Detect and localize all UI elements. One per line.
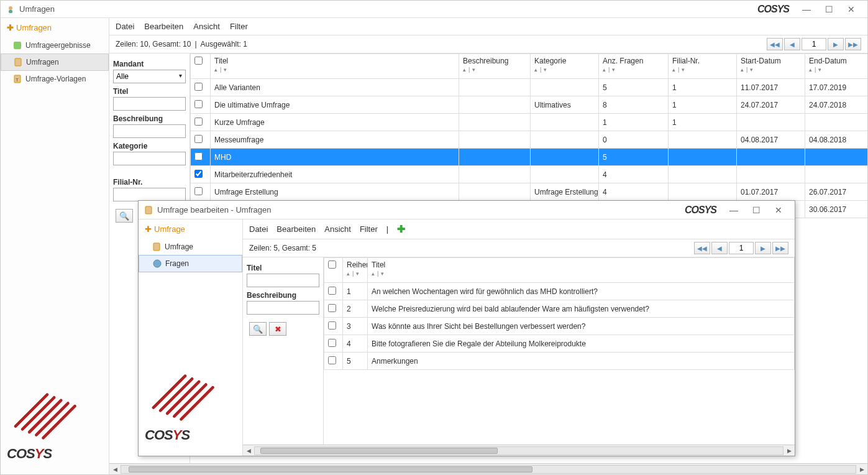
col-start[interactable]: Start-Datum▴|▾ bbox=[737, 54, 805, 79]
minimize-button[interactable]: — bbox=[795, 2, 818, 16]
dialog-hscroll[interactable]: ◀ ▶ bbox=[243, 445, 795, 456]
row-checkbox[interactable] bbox=[328, 339, 336, 347]
cell-kategorie: Ultimatives bbox=[531, 96, 599, 114]
menu-datei[interactable]: Datei bbox=[116, 22, 134, 31]
sidebar-item-vorlagen[interactable]: T Umfrage-Vorlagen bbox=[1, 71, 109, 87]
dialog-filter-titel-input[interactable] bbox=[247, 274, 319, 287]
row-checkbox[interactable] bbox=[194, 118, 203, 126]
sidebar-item-label: Umfrage-Vorlagen bbox=[25, 75, 86, 83]
table-row[interactable]: 1 An welchen Wochentagen wird für gewöhn… bbox=[324, 283, 795, 300]
cell-start: 24.07.2017 bbox=[737, 96, 805, 114]
header-checkbox[interactable] bbox=[194, 57, 203, 65]
cell-kategorie bbox=[531, 114, 599, 131]
dialog-col-titel[interactable]: Titel▴|▾ bbox=[368, 258, 795, 283]
hscroll-left-icon[interactable]: ◀ bbox=[109, 465, 121, 474]
pager-next[interactable]: ▶ bbox=[828, 38, 844, 50]
row-checkbox[interactable] bbox=[194, 83, 203, 91]
menu-filter[interactable]: Filter bbox=[230, 22, 248, 31]
filter-filial-input[interactable] bbox=[113, 188, 186, 201]
col-end[interactable]: End-Datum▴|▾ bbox=[805, 54, 868, 79]
sidebar-item-umfragen[interactable]: Umfragen bbox=[1, 53, 109, 71]
col-beschreibung[interactable]: Beschreibung▴|▾ bbox=[459, 54, 531, 79]
filter-titel-input[interactable] bbox=[113, 97, 186, 111]
sidebar-item-umfrageergebnisse[interactable]: Umfrageergebnisse bbox=[1, 37, 109, 53]
row-checkbox[interactable] bbox=[194, 170, 203, 178]
dialog-hscroll-right-icon[interactable]: ▶ bbox=[783, 446, 795, 455]
window-title: Umfragen bbox=[19, 4, 757, 14]
table-row[interactable]: Mitarbeiterzufriedenheit 4 bbox=[191, 166, 868, 183]
cell-filial: 1 bbox=[669, 114, 737, 131]
svg-rect-11 bbox=[145, 206, 152, 214]
dialog-maximize-button[interactable]: ☐ bbox=[745, 203, 767, 217]
cell-titel: Die ultimative Umfrage bbox=[211, 96, 459, 114]
dialog-titlebar: Umfrage bearbeiten - Umfragen COSYS — ☐ … bbox=[139, 201, 795, 219]
maximize-button[interactable]: ☐ bbox=[818, 2, 840, 16]
dialog-pager-prev[interactable]: ◀ bbox=[711, 242, 728, 254]
dialog-filter-panel: Titel Beschreibung 🔍 ✖ bbox=[243, 257, 324, 445]
table-row[interactable]: Die ultimative Umfrage Ultimatives 8 1 2… bbox=[191, 96, 868, 114]
cell-end: 30.06.2017 bbox=[805, 201, 868, 218]
table-row[interactable]: Kurze Umfrage 1 1 bbox=[191, 114, 868, 131]
table-row[interactable]: 5 Anmerkungen bbox=[324, 353, 795, 370]
dialog-header-checkbox[interactable] bbox=[328, 261, 336, 269]
dialog-sidebar-item-umfrage[interactable]: Umfrage bbox=[139, 239, 242, 255]
table-row[interactable]: MHD 5 bbox=[191, 149, 868, 166]
menu-ansicht[interactable]: Ansicht bbox=[193, 22, 220, 31]
dialog-pager-page-input[interactable] bbox=[729, 242, 754, 254]
row-checkbox[interactable] bbox=[194, 135, 203, 143]
col-kategorie[interactable]: Kategorie▴|▾ bbox=[531, 54, 599, 79]
main-hscroll[interactable]: ◀ ▶ bbox=[109, 463, 867, 474]
row-checkbox[interactable] bbox=[328, 321, 336, 330]
add-button[interactable]: ✚ bbox=[397, 223, 405, 235]
row-checkbox[interactable] bbox=[328, 356, 336, 364]
pager-prev[interactable]: ◀ bbox=[784, 38, 800, 50]
filter-mandant-select[interactable]: Alle bbox=[113, 70, 186, 83]
hscroll-right-icon[interactable]: ▶ bbox=[856, 465, 867, 474]
dialog-menu-datei[interactable]: Datei bbox=[249, 224, 268, 234]
col-filial[interactable]: Filial-Nr.▴|▾ bbox=[669, 54, 737, 79]
dialog-sidebar-item-fragen[interactable]: Fragen bbox=[139, 255, 242, 272]
menu-bearbeiten[interactable]: Bearbeiten bbox=[144, 22, 183, 31]
row-checkbox[interactable] bbox=[194, 187, 203, 195]
table-row[interactable]: Umfrage Erstellung Umfrage Erstellung 4 … bbox=[191, 183, 868, 201]
cell-end: 04.08.2018 bbox=[805, 131, 868, 149]
dialog-hscroll-left-icon[interactable]: ◀ bbox=[243, 446, 254, 455]
main-menubar: Datei Bearbeiten Ansicht Filter bbox=[109, 18, 867, 35]
dialog-sidebar-item-label: Fragen bbox=[165, 259, 189, 268]
dialog-clear-button[interactable]: ✖ bbox=[269, 322, 286, 336]
dialog-col-reihen[interactable]: Reihen▴|▾ bbox=[343, 258, 368, 283]
dialog-menu-filter[interactable]: Filter bbox=[360, 224, 378, 234]
search-button[interactable]: 🔍 bbox=[116, 209, 133, 223]
dialog-pager-next[interactable]: ▶ bbox=[755, 242, 771, 254]
row-checkbox[interactable] bbox=[194, 152, 203, 160]
dialog-close-button[interactable]: ✕ bbox=[767, 203, 790, 217]
dialog-pager-first[interactable]: ◀◀ bbox=[694, 242, 710, 254]
dialog-filter-beschreibung-input[interactable] bbox=[247, 301, 319, 315]
col-anz[interactable]: Anz. Fragen▴|▾ bbox=[599, 54, 669, 79]
sidebar-header-label: Umfragen bbox=[16, 23, 52, 32]
table-row[interactable]: 4 Bitte fotografieren Sie die Regale der… bbox=[324, 335, 795, 353]
table-row[interactable]: 3 Was könnte aus Ihrer Sicht bei Bestell… bbox=[324, 318, 795, 335]
col-titel[interactable]: Titel▴|▾ bbox=[211, 54, 459, 79]
close-button[interactable]: ✕ bbox=[840, 2, 862, 16]
dialog-menu-bearbeiten[interactable]: Bearbeiten bbox=[276, 224, 316, 234]
table-row[interactable]: Messeumfrage 0 04.08.2017 04.08.2018 bbox=[191, 131, 868, 149]
table-row[interactable]: Alle Varianten 5 1 11.07.2017 17.07.2019 bbox=[191, 79, 868, 96]
templates-icon: T bbox=[13, 75, 22, 83]
dialog-menu-ansicht[interactable]: Ansicht bbox=[324, 224, 351, 234]
row-checkbox[interactable] bbox=[194, 100, 203, 108]
pager-page-input[interactable] bbox=[802, 38, 826, 50]
filter-beschreibung-input[interactable] bbox=[113, 124, 186, 138]
row-checkbox[interactable] bbox=[328, 287, 336, 295]
sidebar-header: ✚ Umfragen bbox=[1, 18, 109, 37]
row-checkbox[interactable] bbox=[328, 304, 336, 312]
dialog-minimize-button[interactable]: — bbox=[723, 203, 745, 217]
table-row[interactable]: 2 Welche Preisreduzierung wird bei bald … bbox=[324, 300, 795, 318]
pager-first[interactable]: ◀◀ bbox=[767, 38, 783, 50]
pager-last[interactable]: ▶▶ bbox=[845, 38, 861, 50]
clipboard-icon bbox=[144, 205, 153, 215]
cell-filial bbox=[669, 131, 737, 149]
filter-kategorie-input[interactable] bbox=[113, 152, 186, 165]
dialog-pager-last[interactable]: ▶▶ bbox=[772, 242, 788, 254]
dialog-search-button[interactable]: 🔍 bbox=[249, 322, 267, 336]
